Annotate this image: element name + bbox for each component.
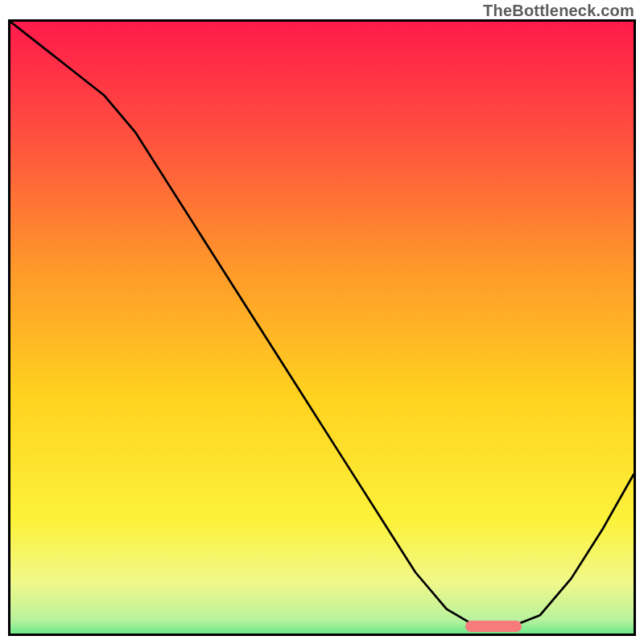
chart-container: TheBottleneck.com: [0, 0, 644, 644]
watermark-text: TheBottleneck.com: [483, 2, 634, 20]
plot-frame: [8, 19, 636, 636]
bottleneck-curve: [10, 22, 634, 634]
optimal-range-marker: [465, 621, 522, 632]
